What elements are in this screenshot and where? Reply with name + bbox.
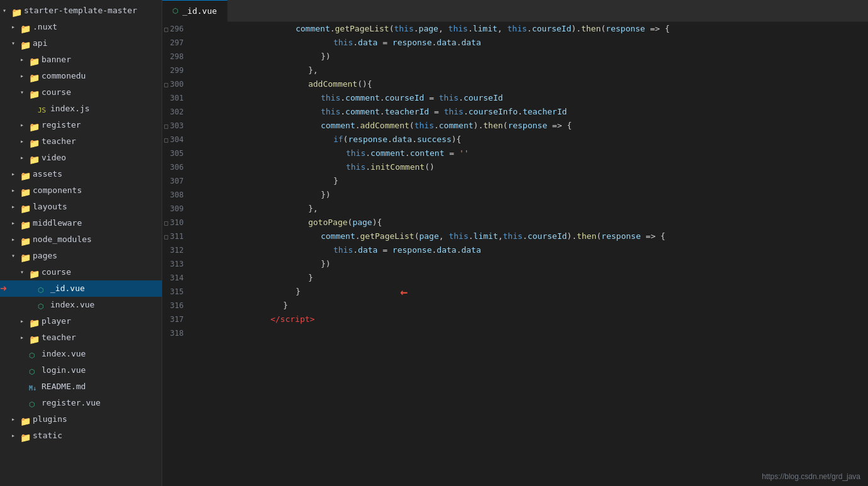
fold-312 (162, 243, 170, 257)
sidebar-root[interactable]: 📁 starter-template-master (0, 3, 162, 19)
fold-315 (162, 285, 170, 299)
sidebar-item-layouts[interactable]: 📁 layouts (0, 199, 162, 215)
chevron-pages (11, 249, 20, 263)
folder-icon-teacher-pages: 📁 (29, 333, 39, 343)
active-tab[interactable]: ⬡ _id.vue (162, 0, 228, 22)
file-icon-indexjs: JS (38, 104, 48, 114)
file-icon-loginvue: ⬡ (29, 365, 39, 375)
sidebar-item-nodemodules[interactable]: 📁 node_modules (0, 231, 162, 248)
folder-icon-commonedu: 📁 (29, 71, 39, 81)
sidebar-item-course-pages[interactable]: 📁 course ➜ (0, 264, 162, 280)
folder-icon-course-pages: 📁 (29, 267, 39, 277)
ln-299: 299 (162, 64, 189, 77)
chevron-plugins (11, 412, 20, 426)
label-indexvue-course: index.vue (50, 298, 94, 312)
sidebar-item-commonedu[interactable]: 📁 commonedu (0, 68, 162, 84)
label-indexjs: index.js (50, 102, 90, 116)
sidebar-item-indexjs[interactable]: JS index.js (0, 101, 162, 117)
ln-307: 307 (162, 174, 189, 188)
sidebar-item-api[interactable]: 📁 api (0, 35, 162, 52)
sidebar-item-static[interactable]: 📁 static (0, 428, 162, 444)
sidebar-item-middleware[interactable]: 📁 middleware (0, 215, 162, 231)
folder-icon-video: 📁 (29, 153, 39, 163)
sidebar-item-video[interactable]: 📁 video (0, 150, 162, 166)
fold-307 (162, 174, 170, 188)
fold-299 (162, 64, 170, 77)
chevron-course-api (20, 86, 29, 99)
line-numbers: □296 297 298 299 □300 301 302 (162, 22, 194, 486)
label-nuxt: .nuxt (33, 20, 57, 34)
label-layouts: layouts (33, 200, 67, 214)
ln-303: □303 (162, 119, 189, 133)
label-commonedu: commonedu (42, 69, 86, 83)
chevron-nuxt (11, 20, 20, 34)
tab-label: _id.vue (182, 6, 217, 16)
editor-area: ⬡ _id.vue □296 297 298 299 □ (162, 0, 868, 486)
label-pages: pages (33, 249, 57, 263)
folder-icon-assets: 📁 (20, 169, 30, 179)
sidebar-item-teacher-pages[interactable]: 📁 teacher (0, 329, 162, 346)
fold-298 (162, 50, 170, 64)
chevron-teacher-api (20, 135, 29, 148)
fold-306 (162, 160, 170, 174)
label-course-pages: course (42, 265, 71, 279)
folder-icon-static: 📁 (20, 431, 30, 441)
fold-316 (162, 299, 170, 312)
folder-icon-layouts: 📁 (20, 202, 30, 212)
ln-316: 316 (162, 299, 189, 312)
fold-318 (162, 326, 170, 340)
sidebar-item-register-api[interactable]: 📁 register (0, 117, 162, 133)
sidebar-item-loginvue[interactable]: ⬡ login.vue (0, 362, 162, 378)
arrow-idvue: ➜ (0, 282, 7, 295)
sidebar-item-indexvue-pages[interactable]: ⬡ index.vue (0, 346, 162, 362)
folder-icon-course-api: 📁 (29, 87, 39, 97)
folder-icon-pages: 📁 (20, 251, 30, 261)
label-register-api: register (42, 118, 81, 132)
watermark: https://blog.csdn.net/grd_java (762, 472, 860, 481)
sidebar-item-idvue[interactable]: ⬡ _id.vue ➜ (0, 280, 162, 297)
label-api: api (33, 36, 47, 50)
code-lines: comment.getPageList(this.page, this.limi… (194, 22, 868, 486)
sidebar-item-nuxt[interactable]: 📁 .nuxt (0, 19, 162, 35)
folder-icon-player: 📁 (29, 316, 39, 326)
tab-bar: ⬡ _id.vue (162, 0, 868, 22)
folder-icon-nuxt: 📁 (20, 22, 30, 32)
code-editor[interactable]: □296 297 298 299 □300 301 302 (162, 22, 868, 486)
label-nodemodules: node_modules (33, 233, 92, 246)
folder-icon-middleware: 📁 (20, 218, 30, 228)
ln-314: 314 (162, 271, 189, 285)
sidebar-item-readme[interactable]: M↓ README.md (0, 378, 162, 395)
label-loginvue: login.vue (42, 363, 86, 377)
ln-308: 308 (162, 188, 189, 202)
sidebar-item-player[interactable]: 📁 player (0, 313, 162, 329)
sidebar-item-indexvue-course[interactable]: ⬡ index.vue (0, 297, 162, 313)
sidebar-item-registervue[interactable]: ⬡ register.vue (0, 395, 162, 411)
code-line-317: </script> (199, 312, 868, 326)
ln-317: 317 (162, 312, 189, 326)
sidebar-item-course-api[interactable]: 📁 course (0, 84, 162, 101)
sidebar-item-banner[interactable]: 📁 banner (0, 52, 162, 68)
folder-icon-register-api: 📁 (29, 120, 39, 130)
ln-300: □300 (162, 77, 189, 91)
chevron-root (3, 4, 11, 18)
ln-301: 301 (162, 91, 189, 105)
sidebar-item-pages[interactable]: 📁 pages (0, 248, 162, 264)
label-idvue: _id.vue (50, 282, 85, 295)
code-line-315: } ← (199, 285, 868, 299)
chevron-banner (20, 53, 29, 67)
sidebar-item-teacher-api[interactable]: 📁 teacher (0, 133, 162, 150)
file-icon-indexvue-course: ⬡ (38, 300, 48, 310)
label-static: static (33, 429, 62, 443)
label-banner: banner (42, 53, 71, 67)
sidebar-item-plugins[interactable]: 📁 plugins (0, 411, 162, 428)
ln-318: 318 (162, 326, 189, 340)
folder-icon-root: 📁 (11, 6, 21, 16)
label-middleware: middleware (33, 216, 82, 230)
folder-icon-teacher-api: 📁 (29, 136, 39, 146)
label-registervue: register.vue (42, 396, 101, 410)
chevron-teacher-pages (20, 331, 29, 345)
sidebar-item-assets[interactable]: 📁 assets (0, 166, 162, 182)
sidebar-item-components[interactable]: 📁 components (0, 182, 162, 199)
chevron-video (20, 151, 29, 165)
fold-303: □ (162, 119, 170, 133)
